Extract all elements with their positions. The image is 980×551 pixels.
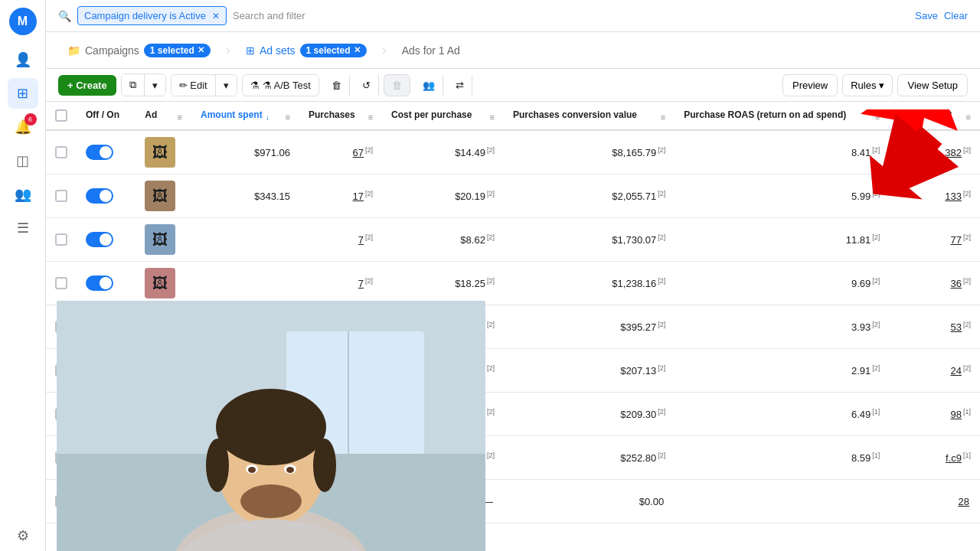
- campaigns-selected-count: 1 selected: [150, 45, 194, 56]
- sidebar-item-account[interactable]: 👤: [8, 44, 38, 75]
- table-container: Off / On Ad≡ Amount spent↓≡ Purchases≡ C…: [46, 102, 980, 551]
- row-toggle[interactable]: [86, 232, 113, 247]
- search-icon: 🔍: [58, 10, 71, 22]
- atc-link[interactable]: 98: [951, 409, 962, 420]
- copy-dropdown-button[interactable]: ▾: [145, 74, 165, 96]
- rules-button[interactable]: Rules ▾: [842, 74, 893, 96]
- purchases-link[interactable]: 7: [358, 278, 364, 289]
- th-toggle[interactable]: Off / On: [77, 102, 136, 130]
- search-filter-chip[interactable]: Campaign delivery is Active ✕: [77, 6, 227, 25]
- col-purchases-filter[interactable]: ≡: [368, 112, 373, 122]
- col-atc-filter[interactable]: ≡: [966, 112, 971, 122]
- create-button[interactable]: + Create: [58, 75, 116, 96]
- ad-thumb-icon: 🖼: [152, 187, 168, 205]
- row-toggle-cell: [77, 262, 136, 305]
- sidebar-item-settings[interactable]: ⚙: [8, 520, 38, 551]
- row-toggle-cell: [77, 130, 136, 174]
- th-ad[interactable]: Ad≡: [136, 102, 191, 130]
- sidebar: M 👤 ⊞ 🔔 6 ◫ 👥 ☰ ⚙: [0, 0, 46, 551]
- view-setup-button[interactable]: View Setup: [897, 74, 968, 96]
- purchases-link[interactable]: 67: [353, 147, 364, 158]
- atc-sup: [1]: [963, 408, 971, 416]
- atc-link[interactable]: 53: [951, 321, 962, 333]
- row-toggle[interactable]: [86, 276, 113, 291]
- audience-button[interactable]: 👥: [415, 75, 443, 96]
- cpp-sup: [2]: [487, 146, 495, 154]
- ad-thumbnail: 🖼: [145, 181, 175, 211]
- row-adds-to-cart: f.c9[1]: [889, 436, 980, 480]
- th-pcv[interactable]: Purchases conversion value≡: [504, 102, 675, 130]
- atc-link[interactable]: 36: [951, 278, 962, 289]
- atc-sup: [2]: [963, 233, 971, 241]
- row-roas: 9.69[2]: [675, 262, 889, 305]
- edit-button[interactable]: ✏ Edit: [172, 75, 216, 96]
- tab-ads[interactable]: Ads for 1 Ad: [393, 38, 469, 63]
- campaigns-badge-close[interactable]: ✕: [198, 45, 204, 55]
- cpp-sup: [2]: [487, 190, 495, 197]
- sidebar-item-audience[interactable]: 👥: [8, 179, 38, 210]
- purchases-link[interactable]: 17: [353, 191, 364, 202]
- campaigns-selected-badge[interactable]: 1 selected ✕: [144, 44, 211, 57]
- sidebar-item-grid[interactable]: ⊞: [8, 78, 38, 109]
- atc-sup: [2]: [963, 146, 971, 154]
- preview-button[interactable]: Preview: [782, 74, 838, 96]
- refresh-button[interactable]: ⇄: [448, 75, 472, 96]
- th-cost-per-purchase[interactable]: Cost per purchase≡: [382, 102, 504, 130]
- col-pcv-filter[interactable]: ≡: [661, 112, 665, 122]
- atc-link[interactable]: 24: [951, 365, 962, 377]
- tab-campaigns[interactable]: 📁 Campaigns 1 selected ✕: [58, 37, 220, 64]
- clear-filter-button[interactable]: Clear: [944, 10, 968, 21]
- roas-sup: [2]: [872, 146, 880, 154]
- purchases-sup: [2]: [365, 146, 373, 154]
- row-checkbox[interactable]: [55, 146, 67, 158]
- th-adds-to-cart[interactable]: Adds to cart≡: [889, 102, 980, 130]
- copy-button[interactable]: ⧉: [122, 74, 145, 96]
- app-logo[interactable]: M: [9, 8, 37, 35]
- atc-link[interactable]: 133: [945, 191, 962, 202]
- row-toggle[interactable]: [86, 188, 113, 204]
- row-cost-per-purchase: $20.19[2]: [382, 174, 504, 218]
- cpp-sup: [2]: [487, 408, 495, 416]
- col-ad-label: Ad: [145, 109, 157, 122]
- th-select-all[interactable]: [46, 102, 77, 130]
- pcv-sup: [2]: [658, 321, 665, 328]
- row-toggle[interactable]: [86, 145, 113, 160]
- filter-close-button[interactable]: ✕: [212, 11, 220, 21]
- row-checkbox[interactable]: [55, 277, 67, 289]
- edit-dropdown-button[interactable]: ▾: [216, 75, 237, 96]
- adsets-badge-close[interactable]: ✕: [354, 45, 361, 55]
- row-checkbox[interactable]: [55, 233, 67, 246]
- col-roas-filter[interactable]: ≡: [875, 112, 880, 122]
- adsets-selected-badge[interactable]: 1 selected ✕: [300, 44, 367, 57]
- atc-sup: [2]: [963, 190, 971, 197]
- row-checkbox[interactable]: [55, 190, 67, 202]
- tab-separator: ›: [226, 42, 230, 58]
- col-pcv-label: Purchases conversion value: [513, 109, 637, 122]
- purchases-link[interactable]: 7: [358, 234, 364, 246]
- th-roas[interactable]: Purchase ROAS (return on ad spend)≡: [675, 102, 889, 130]
- sidebar-item-notifications[interactable]: 🔔 6: [8, 112, 38, 142]
- th-purchases[interactable]: Purchases≡: [299, 102, 382, 130]
- col-cpp-filter[interactable]: ≡: [490, 112, 495, 122]
- ab-test-button[interactable]: ⚗ ⚗ A/B Test: [242, 74, 319, 96]
- atc-link[interactable]: 382: [945, 147, 962, 158]
- atc-sup: [2]: [963, 364, 971, 372]
- delete-button[interactable]: 🗑: [324, 75, 350, 96]
- row-toggle-cell: [77, 174, 136, 218]
- atc-link[interactable]: 77: [951, 234, 962, 246]
- ads-label: Ads for 1 Ad: [402, 44, 460, 57]
- col-ad-filter[interactable]: ≡: [178, 112, 182, 122]
- col-amount-filter[interactable]: ≡: [286, 112, 290, 122]
- row-cost-per-purchase: $14.49[2]: [382, 130, 504, 174]
- sidebar-item-reports[interactable]: ☰: [8, 213, 38, 243]
- atc-link[interactable]: f.c9: [946, 452, 962, 464]
- row-adds-to-cart: 133[2]: [889, 174, 980, 218]
- atc-link[interactable]: 28: [959, 496, 969, 507]
- save-filter-button[interactable]: Save: [915, 10, 938, 21]
- tab-adsets[interactable]: ⊞ Ad sets 1 selected ✕: [237, 37, 376, 64]
- sidebar-item-campaigns[interactable]: ◫: [8, 145, 38, 176]
- select-all-checkbox[interactable]: [55, 109, 67, 122]
- col-toggle-label: Off / On: [86, 109, 119, 122]
- undo-button[interactable]: ↺: [354, 75, 379, 96]
- th-amount-spent[interactable]: Amount spent↓≡: [191, 102, 299, 130]
